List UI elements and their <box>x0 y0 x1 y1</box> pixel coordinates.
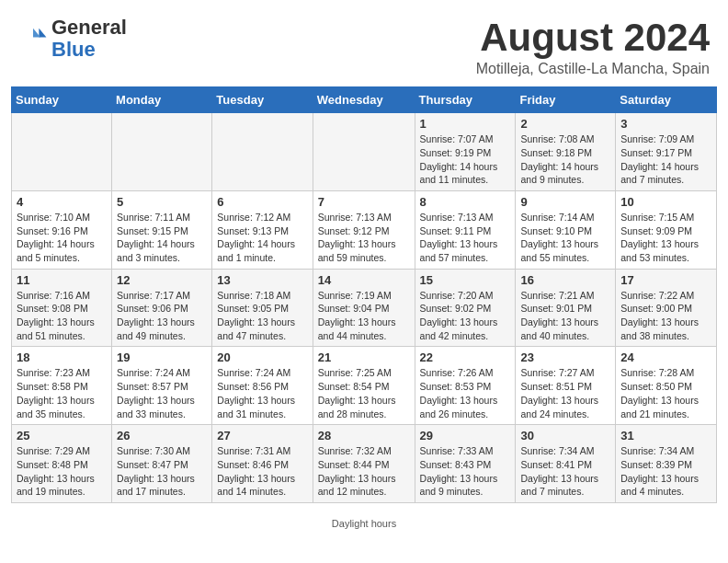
day-number: 3 <box>620 117 711 131</box>
footer: Daylight hours <box>0 514 728 533</box>
day-number: 16 <box>520 273 610 287</box>
day-info: Sunrise: 7:14 AMSunset: 9:10 PMDaylight:… <box>520 211 610 265</box>
calendar-cell: 4Sunrise: 7:10 AMSunset: 9:16 PMDaylight… <box>12 190 112 269</box>
calendar-cell: 13Sunrise: 7:18 AMSunset: 9:05 PMDayligh… <box>212 269 313 347</box>
header: General Blue August 2024 Motilleja, Cast… <box>0 0 728 86</box>
day-number: 18 <box>17 350 107 364</box>
day-info: Sunrise: 7:20 AMSunset: 9:02 PMDaylight:… <box>420 289 511 343</box>
day-number: 13 <box>217 273 307 287</box>
day-info: Sunrise: 7:17 AMSunset: 9:06 PMDaylight:… <box>117 289 207 343</box>
calendar-cell: 6Sunrise: 7:12 AMSunset: 9:13 PMDaylight… <box>212 190 313 269</box>
day-info: Sunrise: 7:15 AMSunset: 9:09 PMDaylight:… <box>620 211 711 265</box>
calendar-cell: 9Sunrise: 7:14 AMSunset: 9:10 PMDaylight… <box>516 190 616 269</box>
calendar-cell: 24Sunrise: 7:28 AMSunset: 8:50 PMDayligh… <box>616 347 717 425</box>
day-info: Sunrise: 7:09 AMSunset: 9:17 PMDaylight:… <box>620 132 711 187</box>
calendar-cell: 30Sunrise: 7:34 AMSunset: 8:41 PMDayligh… <box>516 425 616 503</box>
day-info: Sunrise: 7:11 AMSunset: 9:15 PMDaylight:… <box>117 211 207 265</box>
day-info: Sunrise: 7:08 AMSunset: 9:18 PMDaylight:… <box>520 132 610 187</box>
calendar-cell: 3Sunrise: 7:09 AMSunset: 9:17 PMDaylight… <box>616 113 717 191</box>
calendar-cell: 11Sunrise: 7:16 AMSunset: 9:08 PMDayligh… <box>12 269 112 347</box>
day-number: 26 <box>117 429 207 442</box>
day-info: Sunrise: 7:07 AMSunset: 9:19 PMDaylight:… <box>420 132 511 187</box>
day-number: 29 <box>420 429 511 442</box>
day-number: 17 <box>620 273 711 287</box>
day-number: 20 <box>217 350 307 364</box>
calendar-cell: 21Sunrise: 7:25 AMSunset: 8:54 PMDayligh… <box>313 347 415 425</box>
day-number: 21 <box>318 350 410 364</box>
day-number: 9 <box>520 195 610 209</box>
day-info: Sunrise: 7:29 AMSunset: 8:48 PMDaylight:… <box>17 444 107 499</box>
day-info: Sunrise: 7:10 AMSunset: 9:16 PMDaylight:… <box>17 211 107 265</box>
day-info: Sunrise: 7:30 AMSunset: 8:47 PMDaylight:… <box>117 444 207 499</box>
day-info: Sunrise: 7:21 AMSunset: 9:01 PMDaylight:… <box>520 289 610 343</box>
day-number: 28 <box>318 429 410 442</box>
calendar-header: SundayMondayTuesdayWednesdayThursdayFrid… <box>12 87 717 113</box>
day-info: Sunrise: 7:12 AMSunset: 9:13 PMDaylight:… <box>217 211 307 265</box>
day-number: 14 <box>318 273 410 287</box>
calendar-cell: 18Sunrise: 7:23 AMSunset: 8:58 PMDayligh… <box>12 347 112 425</box>
day-number: 5 <box>117 195 207 209</box>
day-info: Sunrise: 7:13 AMSunset: 9:11 PMDaylight:… <box>420 211 511 265</box>
day-number: 19 <box>117 350 207 364</box>
day-of-week-header: Friday <box>516 87 616 113</box>
day-number: 1 <box>420 117 511 131</box>
day-number: 7 <box>318 195 410 209</box>
calendar-cell: 15Sunrise: 7:20 AMSunset: 9:02 PMDayligh… <box>415 269 516 347</box>
day-of-week-header: Saturday <box>616 87 717 113</box>
calendar-cell: 27Sunrise: 7:31 AMSunset: 8:46 PMDayligh… <box>212 425 313 503</box>
calendar-cell: 29Sunrise: 7:33 AMSunset: 8:43 PMDayligh… <box>415 425 516 503</box>
day-info: Sunrise: 7:22 AMSunset: 9:00 PMDaylight:… <box>620 289 711 343</box>
month-title: August 2024 <box>476 17 710 59</box>
calendar-cell <box>12 113 112 191</box>
day-info: Sunrise: 7:16 AMSunset: 9:08 PMDaylight:… <box>17 289 107 343</box>
calendar-cell: 7Sunrise: 7:13 AMSunset: 9:12 PMDaylight… <box>313 190 415 269</box>
day-of-week-header: Tuesday <box>212 87 313 113</box>
day-number: 23 <box>520 350 610 364</box>
calendar-cell: 14Sunrise: 7:19 AMSunset: 9:04 PMDayligh… <box>313 269 415 347</box>
logo-general: General <box>51 16 127 39</box>
calendar-cell <box>313 113 415 191</box>
day-info: Sunrise: 7:31 AMSunset: 8:46 PMDaylight:… <box>217 444 307 499</box>
calendar-cell: 16Sunrise: 7:21 AMSunset: 9:01 PMDayligh… <box>516 269 616 347</box>
calendar-cell: 26Sunrise: 7:30 AMSunset: 8:47 PMDayligh… <box>112 425 212 503</box>
logo: General Blue <box>18 17 127 61</box>
day-info: Sunrise: 7:26 AMSunset: 8:53 PMDaylight:… <box>420 366 511 420</box>
day-info: Sunrise: 7:34 AMSunset: 8:41 PMDaylight:… <box>520 444 610 499</box>
day-number: 25 <box>17 429 107 442</box>
generalblue-logo-icon <box>18 24 48 53</box>
calendar-cell: 5Sunrise: 7:11 AMSunset: 9:15 PMDaylight… <box>112 190 212 269</box>
day-info: Sunrise: 7:32 AMSunset: 8:44 PMDaylight:… <box>318 444 410 499</box>
calendar-cell: 2Sunrise: 7:08 AMSunset: 9:18 PMDaylight… <box>516 113 616 191</box>
day-of-week-header: Monday <box>112 87 212 113</box>
footer-text: Daylight hours <box>332 518 396 529</box>
calendar-cell: 28Sunrise: 7:32 AMSunset: 8:44 PMDayligh… <box>313 425 415 503</box>
calendar-cell <box>212 113 313 191</box>
day-info: Sunrise: 7:27 AMSunset: 8:51 PMDaylight:… <box>520 366 610 420</box>
day-info: Sunrise: 7:24 AMSunset: 8:56 PMDaylight:… <box>217 366 307 420</box>
day-info: Sunrise: 7:34 AMSunset: 8:39 PMDaylight:… <box>620 444 711 499</box>
calendar-cell: 22Sunrise: 7:26 AMSunset: 8:53 PMDayligh… <box>415 347 516 425</box>
day-of-week-header: Wednesday <box>313 87 415 113</box>
day-number: 31 <box>620 429 711 442</box>
location-title: Motilleja, Castille-La Mancha, Spain <box>476 61 710 77</box>
calendar-cell <box>112 113 212 191</box>
day-info: Sunrise: 7:18 AMSunset: 9:05 PMDaylight:… <box>217 289 307 343</box>
calendar-table: SundayMondayTuesdayWednesdayThursdayFrid… <box>11 86 717 503</box>
calendar-body: 1Sunrise: 7:07 AMSunset: 9:19 PMDaylight… <box>12 113 717 503</box>
day-info: Sunrise: 7:23 AMSunset: 8:58 PMDaylight:… <box>17 366 107 420</box>
day-info: Sunrise: 7:24 AMSunset: 8:57 PMDaylight:… <box>117 366 207 420</box>
day-number: 27 <box>217 429 307 442</box>
day-number: 4 <box>17 195 107 209</box>
logo-blue: Blue <box>51 38 96 61</box>
calendar-cell: 17Sunrise: 7:22 AMSunset: 9:00 PMDayligh… <box>616 269 717 347</box>
svg-marker-0 <box>39 29 46 38</box>
calendar-cell: 25Sunrise: 7:29 AMSunset: 8:48 PMDayligh… <box>12 425 112 503</box>
calendar-cell: 23Sunrise: 7:27 AMSunset: 8:51 PMDayligh… <box>516 347 616 425</box>
day-info: Sunrise: 7:33 AMSunset: 8:43 PMDaylight:… <box>420 444 511 499</box>
calendar-cell: 8Sunrise: 7:13 AMSunset: 9:11 PMDaylight… <box>415 190 516 269</box>
day-info: Sunrise: 7:19 AMSunset: 9:04 PMDaylight:… <box>318 289 410 343</box>
day-of-week-header: Thursday <box>415 87 516 113</box>
calendar-cell: 19Sunrise: 7:24 AMSunset: 8:57 PMDayligh… <box>112 347 212 425</box>
day-number: 8 <box>420 195 511 209</box>
calendar-cell: 20Sunrise: 7:24 AMSunset: 8:56 PMDayligh… <box>212 347 313 425</box>
